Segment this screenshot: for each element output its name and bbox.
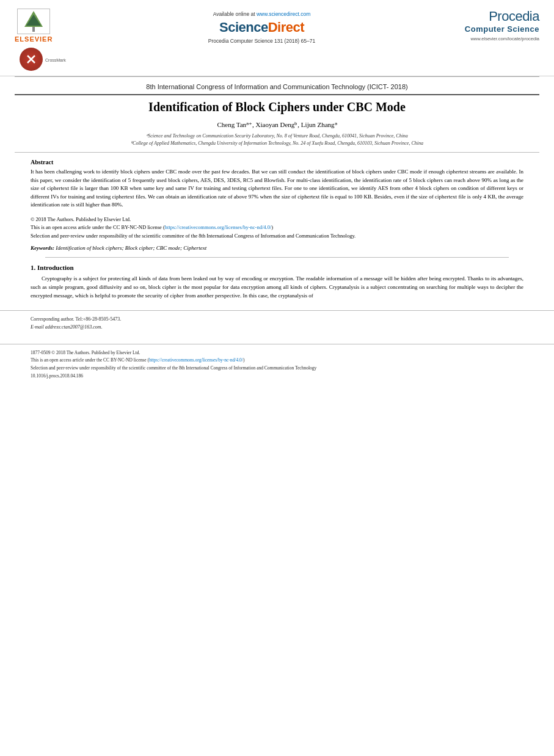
- footer-doi: 10.1016/j.procs.2018.04.186: [31, 373, 523, 380]
- section1-heading: 1. Introduction: [31, 264, 523, 271]
- header-left: ELSEVIER CrossMark: [15, 9, 82, 71]
- copyright-block: © 2018 The Authors. Published by Elsevie…: [31, 216, 523, 241]
- conference-title: 8th International Congress of Informatio…: [15, 83, 539, 90]
- footnote-area: Corresponding author. Tel:+86-28-8505-54…: [0, 310, 554, 332]
- elsevier-logo: ELSEVIER: [15, 9, 53, 43]
- procedia-box: Procedia Computer Science www.elsevier.c…: [465, 9, 539, 42]
- elsevier-label: ELSEVIER: [15, 35, 53, 43]
- header-divider: [15, 76, 539, 77]
- footnote-corresponding: Corresponding author. Tel:+86-28-8505-54…: [31, 316, 523, 324]
- procedia-url: www.elsevier.com/locate/procedia: [465, 36, 539, 42]
- copyright-line2: This is an open access article under the…: [31, 224, 523, 232]
- available-online-text: Available online at www.sciencedirect.co…: [213, 11, 311, 17]
- footer-license-link[interactable]: https://creativecommons.org/licenses/by-…: [149, 357, 243, 363]
- crossmark-label: CrossMark: [45, 58, 66, 62]
- svg-rect-0: [32, 27, 35, 32]
- header: ELSEVIER CrossMark Available online at w…: [0, 0, 554, 76]
- license-url-link[interactable]: https://creativecommons.org/licenses/by-…: [165, 224, 272, 230]
- main-content: Abstract It has been challenging work to…: [0, 159, 554, 300]
- procedia-title: Procedia: [465, 9, 539, 24]
- procedia-subtitle: Computer Science: [465, 24, 539, 34]
- copyright-line1: © 2018 The Authors. Published by Elsevie…: [31, 216, 523, 224]
- abstract-text: It has been challenging work to identify…: [31, 168, 523, 209]
- sciencedirect-url-link[interactable]: www.sciencedirect.com: [257, 11, 310, 17]
- keywords-label: Keywords:: [31, 245, 54, 251]
- crossmark-cross-icon: [24, 53, 38, 66]
- sciencedirect-logo: ScienceDirect: [219, 20, 304, 35]
- abstract-label: Abstract: [31, 159, 523, 165]
- abstract-divider-top: [15, 152, 539, 153]
- footer-issn: 1877-0509 © 2018 The Authors. Published …: [31, 349, 523, 357]
- keywords-line: Keywords: Identification of block cipher…: [31, 245, 523, 251]
- header-right: Procedia Computer Science www.elsevier.c…: [442, 9, 539, 42]
- paper-title: Identification of Block Ciphers under CB…: [24, 99, 530, 115]
- crossmark-icon: [20, 48, 43, 71]
- affiliation-a: ᵃScience and Technology on Communication…: [24, 133, 530, 140]
- page: ELSEVIER CrossMark Available online at w…: [0, 0, 554, 756]
- title-divider-top: [15, 94, 539, 95]
- affiliation-b: ᵇCollege of Applied Mathematics, Chengdu…: [24, 140, 530, 147]
- authors: Cheng Tanᵃ⁺, Xiaoyan Dengᵇ, Lijun Zhangᵃ: [24, 121, 530, 129]
- bottom-footer: 1877-0509 © 2018 The Authors. Published …: [0, 344, 554, 385]
- keywords-text: Identification of block ciphers; Block c…: [56, 245, 206, 251]
- header-center: Available online at www.sciencedirect.co…: [88, 9, 436, 44]
- footer-selection: Selection and peer-review under responsi…: [31, 365, 523, 373]
- footnote-email: E-mail address:ctan2007@163.com.: [31, 324, 523, 332]
- copyright-line2-text: This is an open access article under the…: [31, 224, 165, 230]
- keywords-divider-bottom: [45, 257, 509, 258]
- journal-info: Procedia Computer Science 131 (2018) 65–…: [208, 38, 315, 44]
- section1-text: Cryptography is a subject for protecting…: [31, 275, 523, 300]
- elsevier-tree-icon: [18, 10, 49, 33]
- affiliations: ᵃScience and Technology on Communication…: [24, 133, 530, 147]
- footer-open-access: This is an open access article under the…: [31, 357, 523, 365]
- copyright-line4: Selection and peer-review under responsi…: [31, 232, 523, 241]
